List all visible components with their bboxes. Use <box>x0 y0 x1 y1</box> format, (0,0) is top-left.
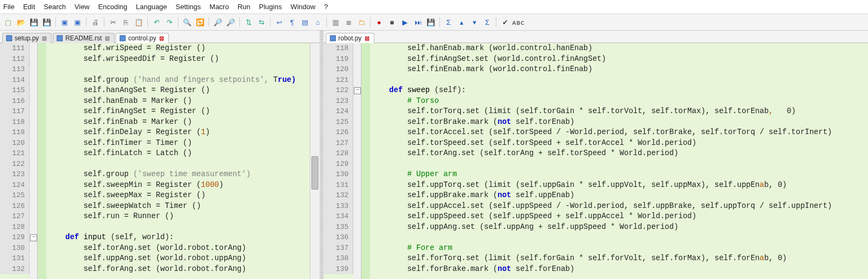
code-line[interactable]: self.group ('sweep time measurement') <box>47 169 310 180</box>
cut-icon[interactable]: ✂ <box>107 16 119 28</box>
code-line[interactable]: self.forBrake.mark (not self.forEnab) <box>371 264 868 275</box>
menu-settings[interactable]: Settings <box>176 3 201 11</box>
code-line[interactable]: self.wriSpeedDif = Register () <box>47 54 310 65</box>
code-line[interactable]: self.finEnab = Marker () <box>47 117 310 128</box>
sync-v-icon[interactable]: ⇅ <box>243 16 254 28</box>
vertical-scrollbar[interactable] <box>310 43 319 279</box>
code-line[interactable]: self.uppTorq.set (limit (self.uppGain * … <box>371 180 868 191</box>
code-line[interactable]: self.uppAccel.set (self.uppSpeed / -Worl… <box>371 201 868 212</box>
code-line[interactable]: self.finAngSet = Register () <box>47 106 310 117</box>
editor-left[interactable]: 1111121131141151161171181191201211221231… <box>0 43 319 279</box>
menu-language[interactable]: Language <box>136 3 167 11</box>
code-area-left[interactable]: self.wriSpeed = Register () self.wriSpee… <box>46 43 310 279</box>
code-line[interactable]: self.hanEnab = Marker () <box>47 96 310 107</box>
menu-window[interactable]: Window <box>290 3 315 11</box>
code-line[interactable]: def sweep (self): <box>371 85 868 96</box>
menu-run[interactable]: Run <box>238 3 251 11</box>
abc-icon[interactable]: ᴀʙᴄ <box>512 16 524 28</box>
menu-view[interactable]: View <box>75 3 90 11</box>
code-line[interactable]: self.uppSpeed.set (self.uppSpeed + self.… <box>371 211 868 222</box>
toggle-1-icon[interactable]: Σ <box>443 16 454 28</box>
unsaved-close-icon[interactable]: ⊠ <box>365 35 369 42</box>
print-icon[interactable]: 🖨 <box>89 16 101 28</box>
find-icon[interactable]: 🔍 <box>181 16 193 28</box>
play-multi-icon[interactable]: ⏭ <box>412 16 424 28</box>
code-line[interactable]: self.finAngSet.set (world.control.finAng… <box>371 54 868 65</box>
stop-macro-icon[interactable]: ■ <box>386 16 398 28</box>
redo-icon[interactable]: ↷ <box>163 16 175 28</box>
code-line[interactable]: self.wriSpeed = Register () <box>47 43 310 54</box>
saved-icon[interactable]: ⊠ <box>105 35 110 42</box>
editor-right[interactable]: 1181191201211221231241251261271281291301… <box>324 43 868 279</box>
tab-robot-py[interactable]: robot.py⊠ <box>326 33 374 43</box>
tab-control-py[interactable]: control.py⊠ <box>116 33 169 43</box>
spellcheck-icon[interactable]: ✔ <box>499 16 511 28</box>
code-line[interactable]: self.uppAng.set (self.uppAng + self.uppS… <box>371 222 868 233</box>
wordwrap-icon[interactable]: ↩ <box>273 16 285 28</box>
tab-README-rst[interactable]: README.rst⊠ <box>53 33 115 43</box>
code-line[interactable]: self.torTorq.set (limit (self.torGain * … <box>371 106 868 117</box>
lang-icon[interactable]: ⌂ <box>312 16 324 28</box>
code-line[interactable] <box>47 222 310 233</box>
code-line[interactable]: self.torAccel.set (self.torSpeed / -Worl… <box>371 127 868 138</box>
fold-toggle-icon[interactable]: − <box>30 234 37 241</box>
play-macro-icon[interactable]: ▶ <box>399 16 411 28</box>
toggle-4-icon[interactable]: Σ <box>481 16 493 28</box>
menu-encoding[interactable]: Encoding <box>98 3 127 11</box>
replace-icon[interactable]: 🔁 <box>194 16 206 28</box>
zoom-in-icon[interactable]: 🔎 <box>212 16 224 28</box>
new-file-icon[interactable]: ▢ <box>2 16 14 28</box>
code-line[interactable]: def input (self, world): <box>47 232 310 243</box>
unsaved-close-icon[interactable]: ⊠ <box>159 35 164 42</box>
record-macro-icon[interactable]: ● <box>373 16 385 28</box>
code-line[interactable] <box>371 232 868 243</box>
fold-toggle-icon[interactable]: − <box>354 87 361 94</box>
sync-h-icon[interactable]: ⇆ <box>255 16 267 28</box>
code-line[interactable]: self.forAng.set (world.robot.forAng) <box>47 264 310 275</box>
menu-edit[interactable]: Edit <box>23 3 35 11</box>
copy-icon[interactable]: ⎘ <box>120 16 132 28</box>
code-line[interactable]: # Torso <box>371 96 868 107</box>
allchars-icon[interactable]: ¶ <box>286 16 298 28</box>
scroll-thumb[interactable] <box>311 156 318 190</box>
code-line[interactable]: self.sweepWatch = Timer () <box>47 201 310 212</box>
code-line[interactable]: self.uppAng.set (world.robot.uppAng) <box>47 253 310 264</box>
code-line[interactable]: self.torAng.set (world.robot.torAng) <box>47 243 310 254</box>
code-line[interactable]: self.run = Runner () <box>47 211 310 222</box>
code-line[interactable] <box>371 75 868 86</box>
split-handle[interactable] <box>319 31 324 279</box>
saved-icon[interactable]: ⊠ <box>42 35 47 42</box>
code-line[interactable]: self.sweepMax = Register () <box>47 190 310 201</box>
fold-column[interactable]: − <box>353 43 361 279</box>
doc-map-icon[interactable]: ▥ <box>330 16 341 28</box>
fold-column[interactable]: − <box>30 43 38 279</box>
undo-icon[interactable]: ↶ <box>151 16 162 28</box>
code-line[interactable]: self.torBrake.mark (not self.torEnab) <box>371 117 868 128</box>
close-icon[interactable]: ▣ <box>59 16 70 28</box>
save-icon[interactable]: 💾 <box>28 16 40 28</box>
paste-icon[interactable]: 📋 <box>133 16 145 28</box>
code-line[interactable] <box>47 159 310 170</box>
zoom-out-icon[interactable]: 🔎 <box>225 16 237 28</box>
code-line[interactable]: self.finEnab.mark (world.control.finEnab… <box>371 64 868 75</box>
code-line[interactable]: self.uppBrake.mark (not self.uppEnab) <box>371 190 868 201</box>
code-line[interactable] <box>371 159 868 170</box>
tab-setup-py[interactable]: setup.py⊠ <box>2 33 52 43</box>
code-line[interactable]: self.hanEnab.mark (world.control.hanEnab… <box>371 43 868 54</box>
save-all-icon[interactable]: 💾 <box>41 16 53 28</box>
save-macro-icon[interactable]: 💾 <box>425 16 437 28</box>
code-line[interactable]: self.finLatch = Latch () <box>47 148 310 159</box>
code-line[interactable]: self.group ('hand and fingers setpoints'… <box>47 75 310 86</box>
code-line[interactable]: self.torAng.set (self.torAng + self.torS… <box>371 148 868 159</box>
func-list-icon[interactable]: ≣ <box>343 16 354 28</box>
code-line[interactable]: # Fore arm <box>371 243 868 254</box>
code-line[interactable]: # Upper arm <box>371 169 868 180</box>
menu-help[interactable]: ? <box>324 3 328 11</box>
code-line[interactable]: self.forTorq.set (limit (self.forGain * … <box>371 253 868 264</box>
close-all-icon[interactable]: ▣ <box>72 16 83 28</box>
code-line[interactable]: self.finDelay = Register (1) <box>47 127 310 138</box>
menu-file[interactable]: File <box>3 3 15 11</box>
indent-guide-icon[interactable]: ▤ <box>299 16 311 28</box>
code-line[interactable]: self.sweepMin = Register (1000) <box>47 180 310 191</box>
open-file-icon[interactable]: 📂 <box>15 16 27 28</box>
